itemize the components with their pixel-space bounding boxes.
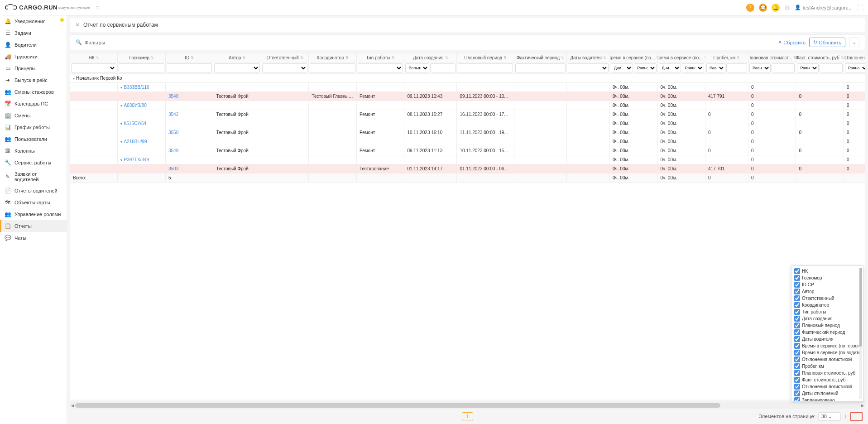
- column-checkbox[interactable]: [794, 275, 800, 281]
- id-link[interactable]: 3548: [168, 94, 178, 99]
- sidebar-item-Календарь ПС[interactable]: 📅Календарь ПС: [0, 98, 67, 110]
- download-icon[interactable]: ⬇: [844, 414, 848, 419]
- column-checkbox[interactable]: [794, 363, 800, 369]
- column-checkbox[interactable]: [794, 390, 800, 396]
- filter-val[interactable]: [772, 63, 795, 72]
- filter-select[interactable]: [214, 63, 259, 72]
- sidebar-item-Чаты[interactable]: 💬Чаты: [0, 232, 67, 244]
- column-header[interactable]: Дата создания⇅: [404, 53, 457, 63]
- column-header[interactable]: Тип работы⇅: [356, 53, 404, 63]
- filter-cmp[interactable]: Равно: [797, 63, 818, 72]
- column-toggle-item[interactable]: Плановый период: [793, 322, 861, 329]
- sidebar-item-Водители[interactable]: 👤Водители: [0, 39, 67, 51]
- menu-toggle-icon[interactable]: ≡: [96, 4, 99, 11]
- help-icon[interactable]: ?: [746, 4, 754, 12]
- caret-icon[interactable]: ▾: [120, 158, 122, 162]
- chat-icon[interactable]: 💬: [759, 4, 767, 12]
- column-checkbox[interactable]: [794, 295, 800, 301]
- filter-unit[interactable]: Дни: [659, 63, 681, 72]
- sidebar-item-Колонны[interactable]: 🏛Колонны: [0, 145, 67, 157]
- sidebar-item-Управление ролями[interactable]: 👥Управление ролями: [0, 208, 67, 220]
- user-menu[interactable]: 👤 testAndrey@cargoru...: [795, 5, 853, 10]
- vehicle-link[interactable]: А216ВН/99: [124, 139, 147, 144]
- column-toggle-item[interactable]: Отклонения логистикой: [793, 356, 861, 363]
- sidebar-item-Отчеты[interactable]: 📋Отчеты: [0, 220, 67, 232]
- column-toggle-item[interactable]: Госномер: [793, 275, 861, 281]
- column-header[interactable]: Плановый период⇅: [457, 53, 514, 63]
- column-toggle-item[interactable]: Время в сервисе (по геозоне): [793, 342, 861, 349]
- filter-select[interactable]: [568, 63, 609, 72]
- filter-val[interactable]: [820, 63, 843, 72]
- sidebar-item-Задачи[interactable]: ☰Задачи: [0, 27, 67, 39]
- column-header[interactable]: Факт. стоимость, руб⇅: [796, 53, 844, 63]
- column-checkbox[interactable]: [794, 370, 800, 376]
- filter-input[interactable]: [515, 63, 566, 72]
- vehicle-link[interactable]: К515СУ/54: [124, 121, 146, 126]
- column-header[interactable]: Пробег, км⇅: [705, 53, 748, 63]
- columns-button[interactable]: ⋯: [850, 412, 863, 421]
- column-checkbox[interactable]: [794, 268, 800, 274]
- column-header[interactable]: НК⇅: [70, 53, 118, 63]
- bell-icon[interactable]: 🔔: [772, 4, 780, 12]
- column-checkbox[interactable]: [794, 384, 800, 390]
- caret-icon[interactable]: ▾: [120, 140, 122, 144]
- id-link[interactable]: 3542: [168, 112, 178, 117]
- caret-icon[interactable]: ▾: [120, 104, 122, 108]
- group-row[interactable]: ▾Начальник Первой Ко: [70, 74, 866, 83]
- column-header[interactable]: ID⇅: [165, 53, 213, 63]
- column-checkbox[interactable]: [794, 289, 800, 294]
- sidebar-item-Выпуск в рейс[interactable]: ➜Выпуск в рейс: [0, 74, 67, 86]
- column-toggle-item[interactable]: Ответственный: [793, 295, 861, 302]
- chevron-down-icon[interactable]: ⌄: [849, 38, 859, 47]
- column-toggle-item[interactable]: Запланировано: [793, 397, 861, 401]
- filter-select[interactable]: [71, 63, 116, 72]
- column-header[interactable]: Фактический период⇅: [514, 53, 567, 63]
- sidebar-item-График работы[interactable]: 📊График работы: [0, 121, 67, 133]
- reset-button[interactable]: ✕ Сбросить: [778, 39, 806, 45]
- column-checkbox[interactable]: [794, 343, 800, 349]
- filter-input[interactable]: [458, 63, 513, 72]
- vehicle-link[interactable]: А030УВ/80: [124, 103, 146, 108]
- column-toggle-item[interactable]: Даты отклонений: [793, 390, 861, 397]
- sidebar-item-Пользователи[interactable]: 👥Пользователи: [0, 133, 67, 145]
- column-checkbox[interactable]: [794, 329, 800, 335]
- column-checkbox[interactable]: [794, 350, 800, 356]
- caret-icon[interactable]: ▾: [120, 122, 122, 126]
- column-header[interactable]: Время в сервисе (по...⇅: [657, 53, 705, 63]
- id-link[interactable]: 3549: [168, 148, 178, 153]
- column-checkbox[interactable]: [794, 302, 800, 308]
- sidebar-item-Заявки от водителей[interactable]: ✎Заявки от водителей: [0, 169, 67, 185]
- id-link[interactable]: 3550: [168, 130, 178, 135]
- sidebar-item-Отчеты водителей[interactable]: 📄Отчеты водителей: [0, 185, 67, 197]
- filter-cmp[interactable]: Равно: [749, 63, 771, 72]
- filter-input[interactable]: [119, 63, 164, 72]
- column-toggle-item[interactable]: Фактический период: [793, 329, 861, 336]
- sidebar-item-Прицепы[interactable]: ▭Прицепы: [0, 63, 67, 74]
- page-number[interactable]: 1: [462, 412, 473, 420]
- column-header[interactable]: Даты водителя⇅: [567, 53, 610, 63]
- filter-input[interactable]: [310, 63, 355, 72]
- column-checkbox[interactable]: [794, 323, 800, 328]
- filter-select[interactable]: [358, 63, 403, 72]
- sidebar-item-Смены[interactable]: 🏢Смены: [0, 110, 67, 121]
- column-header[interactable]: Время в сервисе (по...⇅: [610, 53, 657, 63]
- vehicle-link[interactable]: В333ВВ/116: [124, 85, 149, 90]
- column-checkbox[interactable]: [794, 336, 800, 342]
- filter-date[interactable]: [430, 63, 456, 72]
- column-toggle-item[interactable]: Пробег, км: [793, 363, 861, 370]
- column-checkbox[interactable]: [794, 377, 800, 383]
- column-toggle-item[interactable]: НК: [793, 268, 861, 275]
- column-checkbox[interactable]: [794, 397, 800, 401]
- per-page-select[interactable]: 30 ⌄: [818, 412, 841, 421]
- column-toggle-item[interactable]: Даты водителя: [793, 336, 861, 342]
- column-toggle-item[interactable]: Плановая стоимость, руб: [793, 370, 861, 376]
- sidebar-item-Сервис. работы[interactable]: 🔧Сервис. работы: [0, 157, 67, 169]
- expand-icon[interactable]: ⛶: [857, 4, 863, 11]
- filter-select[interactable]: [262, 63, 307, 72]
- filter-cmp[interactable]: Равно: [706, 63, 725, 72]
- sidebar-item-Грузовики[interactable]: 🚚Грузовики: [0, 51, 67, 63]
- caret-icon[interactable]: ▾: [120, 86, 122, 90]
- column-checkbox[interactable]: [794, 316, 800, 322]
- filter-cmp[interactable]: Равно: [845, 63, 865, 72]
- column-toggle-item[interactable]: Координатор: [793, 302, 861, 308]
